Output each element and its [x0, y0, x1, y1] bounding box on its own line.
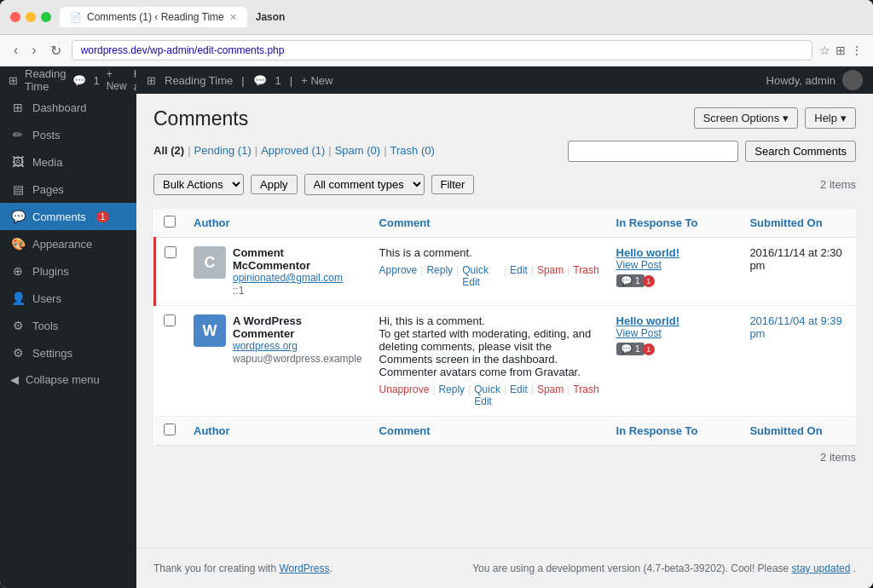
select-all-checkbox[interactable] [164, 216, 176, 228]
topbar-new[interactable]: + New [107, 68, 127, 92]
sidebar-item-posts[interactable]: ✏ Posts [0, 121, 136, 148]
maximize-dot[interactable] [41, 12, 51, 22]
browser-tab[interactable]: 📄 Comments (1) ‹ Reading Time ✕ [60, 7, 247, 27]
tab-close[interactable]: ✕ [229, 12, 237, 23]
sidebar-item-comments[interactable]: 💬 Comments 1 [0, 203, 136, 230]
action-approve-0[interactable]: Approve [379, 264, 418, 288]
filter-links: All (2) | Pending (1) | Approved (1) | S… [153, 144, 435, 157]
comment-types-select[interactable]: All comment types [304, 174, 425, 195]
view-post-1[interactable]: View Post [616, 327, 733, 339]
author-meta-0: ::1 [233, 285, 244, 297]
bulk-actions-select[interactable]: Bulk Actions [153, 174, 244, 195]
action-edit-0[interactable]: Edit [510, 264, 528, 288]
tf-author[interactable]: Author [185, 417, 371, 446]
response-title-1[interactable]: Hello world! [616, 314, 733, 327]
comments-count-top: 1 [275, 74, 281, 87]
nav-icon-settings: ⚙ [10, 346, 26, 360]
menu-icon[interactable]: ⋮ [851, 43, 863, 57]
star-icon[interactable]: ☆ [819, 43, 830, 57]
response-title-0[interactable]: Hello world! [616, 246, 733, 259]
sidebar-item-users[interactable]: 👤 Users [0, 285, 136, 312]
filter-spam[interactable]: Spam (0) [335, 144, 380, 157]
author-name-1: A WordPress Commenter [233, 314, 302, 340]
action-unapprove-1[interactable]: Unapprove [379, 383, 430, 407]
nav-icon-appearance: 🎨 [10, 237, 26, 251]
extensions-icon[interactable]: ⊞ [835, 43, 846, 57]
action-sep: | [567, 383, 569, 407]
nav-icon-comments: 💬 [10, 210, 26, 223]
th-submitted[interactable]: Submitted On [741, 209, 856, 238]
row-checkbox-1[interactable] [164, 314, 176, 326]
collapse-menu[interactable]: ◀ Collapse menu [0, 366, 136, 393]
th-author[interactable]: Author [185, 209, 371, 238]
filter-approved[interactable]: Approved (1) [261, 144, 325, 157]
browser-window: 📄 Comments (1) ‹ Reading Time ✕ Jason ‹ … [0, 0, 873, 588]
tf-submitted[interactable]: Submitted On [741, 417, 856, 446]
action-spam-1[interactable]: Spam [537, 383, 564, 407]
th-response[interactable]: In Response To [608, 209, 742, 238]
sidebar-item-plugins[interactable]: ⊕ Plugins [0, 257, 136, 285]
comments-tbody: C Comment McCommentor opinionated@gmail.… [155, 238, 857, 417]
action-quick edit-1[interactable]: Quick Edit [474, 383, 500, 407]
wordpress-link[interactable]: WordPress [279, 562, 329, 574]
th-check [155, 209, 186, 238]
minimize-dot[interactable] [26, 12, 36, 22]
filter-button[interactable]: Filter [431, 175, 475, 194]
filter-all[interactable]: All (2) [153, 144, 184, 157]
response-badge-1: 💬 1 1 [616, 343, 655, 355]
submitted-cell: 2016/11/04 at 9:39 pm [741, 306, 856, 417]
bulk-row: Bulk Actions Apply All comment types Fil… [153, 174, 856, 195]
row-checkbox-0[interactable] [165, 246, 176, 258]
stay-updated-link[interactable]: stay updated [792, 562, 851, 574]
author-email-0[interactable]: opinionated@gmail.com [233, 272, 362, 284]
back-button[interactable]: ‹ [10, 43, 21, 58]
filter-trash[interactable]: Trash (0) [390, 144, 435, 157]
action-reply-0[interactable]: Reply [426, 264, 453, 288]
new-link-top[interactable]: + New [301, 74, 332, 87]
action-sep: | [531, 383, 534, 407]
sidebar-item-pages[interactable]: ▤ Pages [0, 176, 136, 203]
wp-layout: ⊞ Reading Time 💬 1 + New Howdy, admin ⊞ … [0, 66, 873, 588]
tf-response[interactable]: In Response To [608, 417, 742, 446]
action-edit-1[interactable]: Edit [510, 383, 528, 407]
footer-left-text: Thank you for creating with [153, 562, 279, 574]
filter-pending[interactable]: Pending (1) [194, 144, 251, 157]
view-post-0[interactable]: View Post [616, 259, 733, 271]
sidebar-item-settings[interactable]: ⚙ Settings [0, 339, 136, 366]
collapse-label: Collapse menu [26, 373, 100, 386]
screen-options-button[interactable]: Screen Options ▾ [694, 107, 799, 129]
sidebar-item-dashboard[interactable]: ⊞ Dashboard [0, 94, 136, 121]
sidebar-item-appearance[interactable]: 🎨 Appearance [0, 230, 136, 257]
nav-icon-plugins: ⊕ [10, 264, 26, 278]
search-input[interactable] [568, 141, 738, 162]
select-all-checkbox-bottom[interactable] [164, 424, 176, 435]
site-name-top[interactable]: Reading Time [165, 74, 233, 87]
sidebar-item-tools[interactable]: ⚙ Tools [0, 312, 136, 339]
action-sep: | [567, 264, 569, 288]
table-row: C Comment McCommentor opinionated@gmail.… [155, 238, 857, 306]
search-button[interactable]: Search Comments [745, 141, 856, 162]
action-quick edit-0[interactable]: Quick Edit [462, 264, 500, 288]
help-button[interactable]: Help ▾ [805, 107, 856, 129]
action-trash-1[interactable]: Trash [573, 383, 598, 407]
sidebar-item-media[interactable]: 🖼 Media [0, 148, 136, 176]
author-name-0: Comment McCommentor [233, 246, 310, 272]
apply-button[interactable]: Apply [251, 175, 298, 194]
table-header-row: Author Comment In Response To Submitted … [155, 209, 857, 238]
forward-button[interactable]: › [28, 43, 39, 58]
submitted-date-0: 2016/11/14 at 2:30 pm [749, 246, 841, 272]
close-dot[interactable] [10, 12, 20, 22]
refresh-button[interactable]: ↻ [47, 43, 65, 59]
action-trash-0[interactable]: Trash [573, 264, 598, 288]
action-spam-0[interactable]: Spam [537, 264, 564, 288]
tab-title: Comments (1) ‹ Reading Time [87, 11, 224, 23]
author-email-1[interactable]: wordpress.org [233, 340, 362, 352]
author-avatar-0: C [194, 246, 226, 279]
action-reply-1[interactable]: Reply [438, 383, 465, 407]
topbar-comments-count: 1 [93, 74, 99, 87]
address-bar[interactable] [72, 40, 812, 61]
action-sep: | [456, 264, 459, 288]
action-sep: | [504, 383, 506, 407]
author-cell: W A WordPress Commenter wordpress.org wa… [185, 306, 371, 417]
search-row: Search Comments [568, 141, 856, 162]
